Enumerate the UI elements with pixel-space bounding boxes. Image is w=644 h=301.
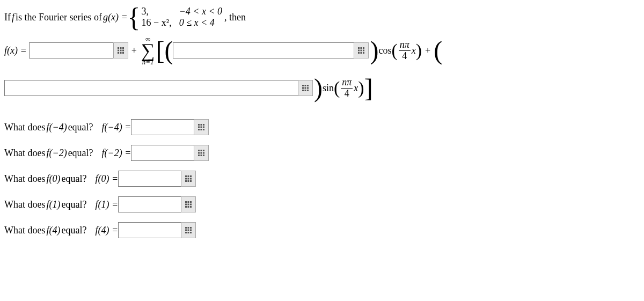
keypad-button-fm4[interactable] [194, 119, 209, 135]
question-f1: What does f(1) equal? f(1) = [4, 196, 640, 212]
cos-x: x [412, 45, 416, 56]
svg-rect-68 [190, 230, 192, 231]
svg-rect-28 [201, 124, 202, 126]
piecewise: { 3, −4 < x < 0 16 − x², 0 ≤ x < 4 [128, 6, 223, 28]
q-fexpr: f(−4) [46, 122, 67, 133]
svg-rect-31 [201, 127, 202, 128]
fm4-input[interactable] [131, 119, 195, 135]
svg-rect-32 [203, 127, 204, 128]
grid-icon [302, 85, 309, 91]
q-post: equal? [68, 148, 93, 159]
svg-rect-61 [188, 206, 189, 208]
f4-input[interactable] [118, 222, 182, 238]
close-paren-cos-coeff: ) [370, 41, 378, 60]
svg-rect-2 [122, 47, 124, 49]
sin-den: 4 [343, 89, 350, 99]
svg-rect-57 [185, 204, 187, 205]
fourier-equation-line1: f(x) = + ∞ ∑ n=1 [ ( ) cos ( nπ 4 x ) + … [4, 35, 640, 65]
keypad-button-f0[interactable] [181, 171, 196, 187]
svg-rect-41 [203, 152, 204, 154]
text-if: If [4, 12, 11, 23]
svg-rect-53 [190, 180, 192, 182]
summation: ∞ ∑ n=1 [141, 35, 155, 65]
q-eqlabel: f(−4) = [102, 122, 131, 133]
svg-rect-36 [198, 150, 200, 151]
svg-rect-21 [302, 87, 304, 89]
keypad-button-bn[interactable] [298, 80, 313, 96]
svg-rect-12 [358, 50, 360, 52]
q-fexpr: f(0) [46, 173, 60, 185]
question-f0: What does f(0) equal? f(0) = [4, 171, 640, 187]
svg-rect-22 [305, 87, 306, 89]
svg-rect-56 [190, 201, 192, 203]
keypad-button-f4[interactable] [181, 222, 196, 238]
svg-rect-14 [363, 50, 364, 52]
q-fexpr: f(−2) [46, 148, 67, 159]
grid-icon [185, 175, 192, 182]
svg-rect-25 [305, 90, 306, 91]
svg-rect-42 [198, 155, 200, 156]
svg-rect-17 [363, 52, 364, 54]
sin-num: nπ [341, 77, 353, 89]
svg-rect-9 [358, 47, 360, 49]
keypad-button-an[interactable] [354, 42, 369, 58]
case1-right: −4 < x < 0 [179, 6, 222, 17]
svg-rect-47 [190, 175, 192, 177]
svg-rect-8 [122, 52, 124, 54]
svg-rect-67 [188, 230, 189, 231]
svg-rect-7 [120, 52, 121, 54]
case2-left: 16 − x², [142, 17, 172, 28]
a0-input[interactable] [29, 42, 115, 58]
case1-left: 3, [142, 6, 172, 17]
svg-rect-58 [188, 204, 189, 205]
q-post: equal? [61, 199, 86, 210]
grid-icon [198, 150, 204, 156]
f1-input[interactable] [118, 196, 182, 212]
svg-rect-69 [185, 232, 187, 233]
grid-icon [358, 47, 364, 54]
fm2-input[interactable] [131, 145, 195, 161]
fx-equals: f(x) = [4, 45, 27, 56]
svg-rect-5 [122, 50, 124, 52]
svg-rect-49 [188, 178, 189, 180]
svg-rect-1 [120, 47, 121, 49]
svg-rect-55 [188, 201, 189, 203]
problem-statement: If f is the Fourier series of g(x) = { 3… [4, 2, 640, 32]
svg-rect-10 [361, 47, 362, 49]
svg-rect-6 [118, 52, 119, 54]
bn-input[interactable] [4, 80, 299, 96]
open-paren-sin: ( [434, 41, 442, 60]
plus-2: + [425, 45, 430, 56]
svg-rect-23 [307, 87, 309, 89]
svg-rect-3 [118, 50, 119, 52]
text-then: , then [224, 12, 246, 23]
q-pre: What does [4, 148, 45, 159]
svg-rect-13 [361, 50, 362, 52]
grid-icon [185, 201, 192, 208]
q-eqlabel: f(1) = [95, 199, 118, 210]
f0-input[interactable] [118, 171, 182, 187]
keypad-button-fm2[interactable] [194, 145, 209, 161]
svg-rect-51 [185, 180, 187, 182]
q-post: equal? [68, 122, 93, 133]
grid-icon [185, 227, 192, 233]
question-f4: What does f(4) equal? f(4) = [4, 222, 640, 238]
grid-icon [118, 47, 124, 54]
keypad-button-f1[interactable] [181, 196, 196, 212]
svg-rect-40 [201, 152, 202, 154]
keypad-button-a0[interactable] [113, 42, 128, 58]
svg-rect-39 [198, 152, 200, 154]
question-fm4: What does f(−4) equal? f(−4) = [4, 119, 640, 135]
svg-rect-0 [118, 47, 119, 49]
svg-rect-50 [190, 178, 192, 180]
q-pre: What does [4, 199, 45, 210]
svg-rect-11 [363, 47, 364, 49]
an-input[interactable] [173, 42, 355, 58]
svg-rect-38 [203, 150, 204, 151]
svg-rect-64 [188, 227, 189, 229]
svg-rect-4 [120, 50, 121, 52]
grid-icon [198, 124, 204, 130]
svg-rect-34 [201, 129, 202, 130]
svg-rect-45 [185, 175, 187, 177]
svg-rect-37 [201, 150, 202, 151]
